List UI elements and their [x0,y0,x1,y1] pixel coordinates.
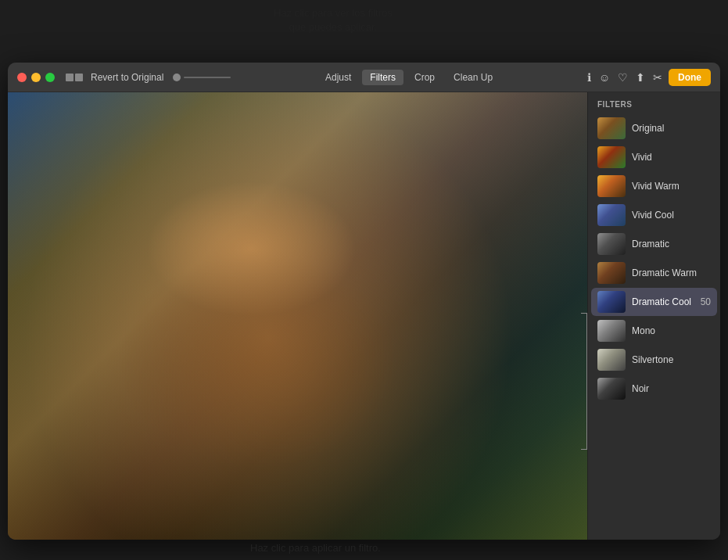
filter-name-dramatic-cool: Dramatic Cool [632,296,694,307]
filter-name-original: Original [632,123,711,134]
photo-placeholder [8,92,587,540]
filter-name-vivid-cool: Vivid Cool [632,210,711,221]
filter-thumb-mono [597,320,626,342]
intensity-slider[interactable] [173,74,231,81]
close-button[interactable] [17,73,27,82]
filter-item-dramatic[interactable]: Dramatic [591,230,717,258]
adjust-tab[interactable]: Adjust [317,70,359,85]
filter-thumb-vivid-warm [597,175,626,197]
filter-item-vivid-warm[interactable]: Vivid Warm [591,172,717,200]
tooltip-top: Haz clic para ver los filtros que puedes… [274,6,393,34]
filter-thumb-silvertone [597,349,626,371]
filter-thumb-dramatic-cool [597,291,626,313]
info-icon[interactable]: ℹ [587,71,591,84]
filter-item-original[interactable]: Original [591,114,717,142]
cleanup-tab[interactable]: Clean Up [446,70,500,85]
filter-thumb-dramatic [597,233,626,255]
filter-item-noir[interactable]: Noir [591,375,717,403]
filter-item-vivid[interactable]: Vivid [591,143,717,171]
filter-name-dramatic: Dramatic [632,239,711,249]
revert-to-original-button[interactable]: Revert to Original [91,72,163,83]
filter-item-vivid-cool[interactable]: Vivid Cool [591,201,717,229]
slider-thumb [173,74,181,81]
filter-item-dramatic-cool[interactable]: Dramatic Cool50 [591,288,717,316]
filter-thumb-vivid-cool [597,204,626,226]
titlebar: Revert to Original Adjust Filters Crop C… [8,63,720,92]
filter-thumb-original [597,117,626,139]
heart-icon[interactable]: ♡ [618,71,628,84]
maximize-button[interactable] [45,73,55,82]
filter-thumb-dramatic-warm [597,262,626,284]
filter-name-noir: Noir [632,383,711,394]
face-icon[interactable]: ☺ [599,71,610,84]
filter-thumb-vivid [597,146,626,168]
filter-list: OriginalVividVivid WarmVivid CoolDramati… [588,113,720,404]
app-window: Revert to Original Adjust Filters Crop C… [8,63,720,540]
slider-track [184,77,231,78]
filter-name-mono: Mono [632,325,711,336]
filter-name-vivid-warm: Vivid Warm [632,181,711,192]
filter-thumb-noir [597,378,626,400]
main-content: FILTERS OriginalVividVivid WarmVivid Coo… [8,92,720,540]
filter-name-vivid: Vivid [632,152,711,163]
filters-tab[interactable]: Filters [362,70,403,85]
portrait-overlay [8,92,587,540]
filter-name-silvertone: Silvertone [632,354,711,365]
filter-value-dramatic-cool: 50 [701,296,711,307]
toolbar-icons: ℹ ☺ ♡ ⬆ ✂ [587,71,662,84]
share-icon[interactable]: ⬆ [636,71,645,84]
crop-tab[interactable]: Crop [407,70,443,85]
more-icon[interactable]: ✂ [653,71,662,84]
view-mode-icon[interactable] [66,74,83,81]
filter-item-silvertone[interactable]: Silvertone [591,346,717,374]
filters-header: FILTERS [588,92,720,113]
filter-item-dramatic-warm[interactable]: Dramatic Warm [591,259,717,287]
filter-name-dramatic-warm: Dramatic Warm [632,267,711,278]
done-button[interactable]: Done [669,69,711,86]
filters-panel: FILTERS OriginalVividVivid WarmVivid Coo… [587,92,720,540]
tooltip-bottom: Haz clic para aplicar un filtro. [250,542,381,554]
photo-area [8,92,587,540]
minimize-button[interactable] [31,73,41,82]
filter-item-mono[interactable]: Mono [591,317,717,345]
traffic-lights [17,73,55,82]
nav-buttons: Adjust Filters Crop Clean Up [317,70,500,85]
